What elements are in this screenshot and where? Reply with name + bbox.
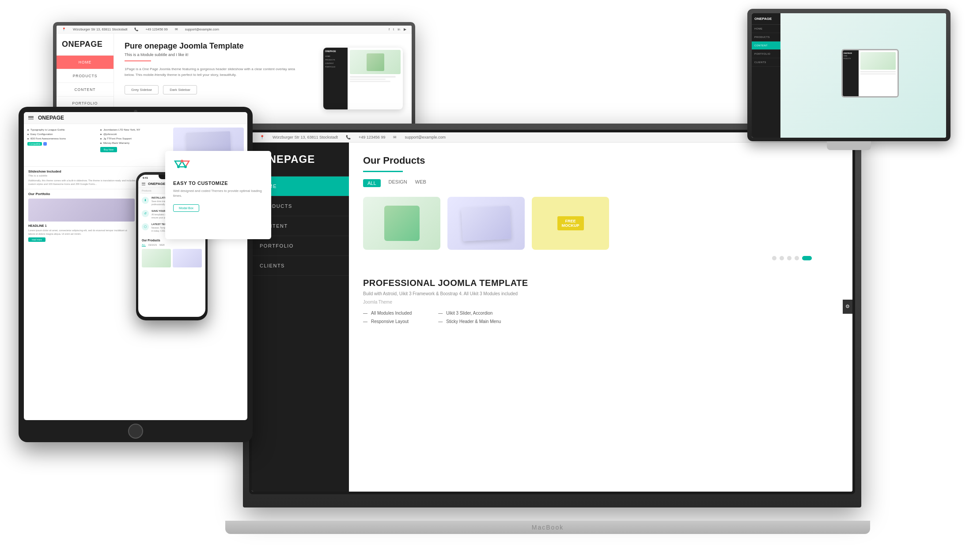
- tablet-header: ONEPAGE: [24, 112, 247, 124]
- laptop-nav-clients[interactable]: CLIENTS: [252, 256, 349, 276]
- tablet-headline-title-1: HEADLINE 1: [28, 224, 134, 227]
- tablet-left-list: Typography is League Gothic Easy Configu…: [27, 128, 97, 163]
- laptop-title-underline: [363, 171, 403, 172]
- laptop-location-icon: 📍: [260, 135, 265, 139]
- laptop-products-title: Our Products: [363, 155, 838, 166]
- laptop-address: Würzburger Str 13, 63811 Stockstadt: [273, 135, 338, 139]
- linkedin-icon: in: [398, 27, 400, 31]
- grey-sidebar-button[interactable]: Grey Sidebar: [125, 85, 159, 94]
- phone-time: 9:41: [143, 177, 148, 179]
- laptop-tab-design[interactable]: DESIGN: [389, 179, 407, 187]
- easy-modal-btn[interactable]: Modal Box: [173, 204, 199, 212]
- tablet-headline-text-1: Lorem ipsum dolor sit amet, consectetur …: [28, 229, 134, 236]
- laptop-email: support@example.com: [405, 135, 446, 139]
- laptop-screen: 📍 Würzburger Str 13, 63811 Stockstadt 📞 …: [252, 132, 852, 492]
- monitor-device-mockup: ONEPAGE HOME PRODUCTS: [828, 49, 899, 102]
- tablet-tags: Compatible: [27, 142, 97, 146]
- desktop-nav-products[interactable]: PRODUCTS: [57, 69, 114, 83]
- easy-icon: [173, 159, 263, 176]
- laptop-body: 📍 Würzburger Str 13, 63811 Stockstadt 📞 …: [243, 124, 861, 507]
- tablet-right-item-3: Jg TTFont Pros Support: [100, 136, 170, 141]
- laptop-dot-4: [795, 256, 799, 260]
- laptop-features-left: —All Modules Included —Responsive Layout: [363, 311, 412, 324]
- phone-products-tabs: ALL DESIGN WEB: [142, 244, 202, 247]
- laptop-tab-all[interactable]: ALL: [363, 179, 381, 187]
- easy-title: EASY TO CUSTOMIZE: [173, 180, 263, 186]
- laptop-page: Our Products ALL DESIGN WEB: [349, 143, 852, 492]
- dark-sidebar-button[interactable]: Dark Sidebar: [163, 85, 197, 94]
- laptop-device: 📍 Würzburger Str 13, 63811 Stockstadt 📞 …: [243, 124, 852, 521]
- desktop-topbar: 📍 Würzburger Str 13, 63811 Stockstadt 📞 …: [57, 26, 412, 34]
- monitor-nav-content[interactable]: CONTENT: [752, 41, 780, 50]
- laptop-main: ONEPAGE HOME PRODUCTS CONTENT PORTFOLIO …: [252, 143, 852, 492]
- laptop-feature-item-2: —Responsive Layout: [363, 319, 412, 324]
- desktop-hero-text: 1Page is a One Page Joomla theme featuri…: [125, 67, 301, 78]
- tablet-list-item: Typography is League Gothic: [27, 128, 97, 132]
- monitor-nav-home[interactable]: HOME: [752, 25, 780, 33]
- monitor-logo: ONEPAGE: [752, 13, 780, 25]
- phone-products-title: Our Products: [142, 239, 202, 242]
- desktop-preview-image: ONEPAGE HOME PRODUCTS CONTENT PORTFOLIO: [323, 48, 403, 109]
- laptop-features-right: —Uikit 3 Slider, Accordion —Sticky Heade…: [438, 311, 501, 324]
- laptop-tab-web[interactable]: WEB: [415, 179, 426, 187]
- laptop-screen-border: 📍 Würzburger Str 13, 63811 Stockstadt 📞 …: [249, 130, 855, 494]
- phone-feature-icon-2: ↺: [142, 210, 149, 217]
- desktop-nav-content[interactable]: CONTENT: [57, 83, 114, 97]
- tablet-hamburger-icon[interactable]: [28, 116, 34, 120]
- laptop-dot-2: [780, 256, 784, 260]
- tablet-right-item-4: Money-Back Warranty: [100, 141, 170, 145]
- phone-feature-icon-1: ⬇: [142, 197, 149, 204]
- laptop-product-dots: [363, 250, 838, 267]
- laptop-dot-active: [802, 256, 812, 260]
- monitor-stand: [827, 141, 871, 150]
- laptop-product-3: FREEMOCKUP: [532, 197, 609, 250]
- youtube-icon: ▶: [404, 27, 406, 31]
- desktop-topbar-socials: f t in ▶: [389, 27, 406, 31]
- phone-products-grid: [142, 249, 202, 267]
- desktop-address: Würzburger Str 13, 63811 Stockstadt: [73, 27, 127, 31]
- facebook-icon: f: [389, 27, 390, 31]
- easy-text: Well designed and coded Themes to provid…: [173, 188, 263, 199]
- phone-hamburger-icon[interactable]: [142, 183, 145, 185]
- tablet-logo: ONEPAGE: [38, 115, 64, 121]
- desktop-logo: ONEPAGE: [57, 34, 114, 56]
- laptop-products-grid: FREEMOCKUP: [363, 197, 838, 250]
- laptop-feature-item-3: —Uikit 3 Slider, Accordion: [438, 311, 501, 316]
- twitter-icon: t: [393, 27, 394, 31]
- phone-tab-web[interactable]: WEB: [159, 244, 164, 247]
- monitor-device: ONEPAGE HOME PRODUCTS CONTENT PORTFOLIO …: [747, 9, 950, 150]
- laptop-feature-item: —All Modules Included: [363, 311, 412, 316]
- tablet-portfolio-item-1: [28, 199, 135, 222]
- email-icon: ✉: [175, 27, 178, 31]
- phone-product-1: [142, 249, 171, 267]
- laptop-settings-btn[interactable]: ⚙: [843, 300, 852, 314]
- phone-icon: 📞: [134, 27, 138, 31]
- laptop-features: —All Modules Included —Responsive Layout…: [363, 311, 838, 324]
- tablet-buy-now-btn[interactable]: Buy Now: [100, 147, 117, 152]
- laptop-base: [225, 521, 870, 534]
- tablet-home-button[interactable]: [128, 424, 143, 439]
- laptop-professional-section: PROFESSIONAL JOOMLA TEMPLATE Build with …: [349, 274, 852, 328]
- desktop-email: support@example.com: [185, 27, 219, 31]
- svg-point-0: [181, 160, 183, 162]
- phone-product-2: [173, 249, 202, 267]
- phone-logo: ONEPAGE: [148, 182, 165, 186]
- tablet-right-item-2: @johnscott: [100, 132, 170, 136]
- monitor-nav-portfolio[interactable]: PORTFOLIO: [752, 50, 780, 58]
- desktop-nav-home[interactable]: HOME: [57, 56, 114, 69]
- tablet-readmore-btn-1[interactable]: read more: [28, 237, 45, 242]
- laptop-pro-title: PROFESSIONAL JOOMLA TEMPLATE: [363, 278, 838, 288]
- monitor-nav-clients[interactable]: CLIENTS: [752, 58, 780, 67]
- tablet-headline-1: HEADLINE 1 Lorem ipsum dolor sit amet, c…: [28, 224, 134, 242]
- monitor-nav-products[interactable]: PRODUCTS: [752, 33, 780, 41]
- phone-tab-all[interactable]: ALL: [142, 244, 146, 247]
- phone-products: Our Products ALL DESIGN WEB: [138, 239, 205, 270]
- desktop-phone: +49 123456 99: [145, 27, 167, 31]
- monitor-sidebar: ONEPAGE HOME PRODUCTS CONTENT PORTFOLIO …: [752, 13, 780, 138]
- laptop-feature-item-4: —Sticky Header & Main Menu: [438, 319, 501, 324]
- phone-tab-design[interactable]: DESIGN: [148, 244, 157, 247]
- laptop-dot-3: [787, 256, 791, 260]
- laptop-email-icon: ✉: [393, 135, 397, 139]
- monitor-page: ONEPAGE HOME PRODUCTS: [780, 13, 946, 138]
- laptop-joomla-tag: Joomla Theme: [363, 300, 838, 304]
